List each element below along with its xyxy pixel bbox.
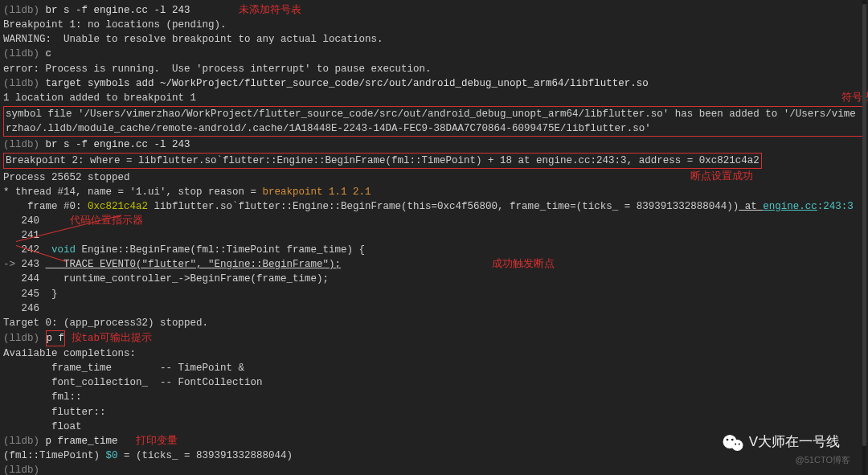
svg-point-1 xyxy=(731,440,743,451)
lldb-prompt: (lldb) xyxy=(3,48,46,59)
svg-point-5 xyxy=(738,443,739,444)
line-error: error: Process is running. Use 'process … xyxy=(3,62,865,76)
lldb-prompt: (lldb) xyxy=(3,139,46,150)
completion-3: fml:: xyxy=(3,390,865,404)
code-line-243: -> 243 TRACE_EVENT0("flutter", "Engine::… xyxy=(3,257,865,272)
box-symbol-file: symbol file '/Users/vimerzhao/WorkProjec… xyxy=(3,106,865,137)
terminal-output[interactable]: (lldb) br s -f engine.cc -l 243 未添加符号表 B… xyxy=(3,3,865,475)
annotation-tab-hint: 按tab可输出提示 xyxy=(72,333,153,344)
code-line-242: 242 void Engine::BeginFrame(fml::TimePoi… xyxy=(3,243,865,257)
lldb-prompt: (lldb) xyxy=(3,5,46,16)
code-line-240: 240 代码位置指示器 xyxy=(3,214,865,228)
line-p-f: (lldb) p f 按tab可输出提示 xyxy=(3,330,865,346)
svg-point-4 xyxy=(735,443,736,444)
at-link: at xyxy=(739,201,763,212)
line-br1: (lldb) br s -f engine.cc -l 243 未添加符号表 xyxy=(3,3,865,18)
code-line-244: 244 runtime_controller_->BeginFrame(fram… xyxy=(3,272,865,286)
result-var: $0 xyxy=(106,450,118,461)
svg-point-3 xyxy=(731,438,733,440)
box-pf-cmd: p f xyxy=(46,330,66,346)
line-warning: WARNING: Unable to resolve breakpoint to… xyxy=(3,32,865,47)
line-location-added: 1 location added to breakpoint 1 符号表添加成功 xyxy=(3,91,865,105)
annotation-print-var: 打印变量 xyxy=(136,436,178,447)
cmd-text: br s -f engine.cc -l 243 xyxy=(46,5,190,16)
line-target-stopped: Target 0: (app_process32) stopped. xyxy=(3,316,865,330)
line-avail: Available completions: xyxy=(3,346,865,361)
line-frame: frame #0: 0xc821c4a2 libflutter.so`flutt… xyxy=(3,199,865,214)
line-symbol-file-b: rzhao/.lldb/module_cache/remote-android/… xyxy=(6,121,862,136)
line-bp2: Breakpoint 2: where = libflutter.so`flut… xyxy=(6,155,760,166)
cmd-text: c xyxy=(46,48,52,59)
cmd-text: target symbols add ~/WorkProject/flutter… xyxy=(46,78,649,89)
scrollbar[interactable] xyxy=(862,0,866,475)
void-keyword: void xyxy=(51,244,76,256)
annotation-hit-bp: 成功触发断点 xyxy=(492,259,555,270)
code-line-245: 245 } xyxy=(3,287,865,301)
completion-4: flutter:: xyxy=(3,405,865,420)
watermark-text: V大师在一号线 xyxy=(749,432,840,452)
file-link: engine.cc xyxy=(763,201,817,212)
code-line-246: 246 xyxy=(3,301,865,316)
completion-2: font_collection_ -- FontCollection xyxy=(3,375,865,390)
lldb-prompt: (lldb) xyxy=(3,78,46,89)
line-process: Process 25652 stopped xyxy=(3,170,865,185)
current-line-marker: -> xyxy=(3,259,22,270)
line-bp1: Breakpoint 1: no locations (pending). xyxy=(3,18,865,32)
box-breakpoint2: Breakpoint 2: where = libflutter.so`flut… xyxy=(3,153,762,169)
line-end-prompt: (lldb) xyxy=(3,463,865,475)
line-thread: * thread #14, name = '1.ui', stop reason… xyxy=(3,185,865,199)
code-line-241: 241 xyxy=(3,228,865,243)
lldb-prompt: (lldb) xyxy=(3,465,46,475)
line-continue: (lldb) c xyxy=(3,47,865,61)
line-symbol-file-a: symbol file '/Users/vimerzhao/WorkProjec… xyxy=(6,107,862,121)
completion-5: float xyxy=(3,420,865,434)
watermark: V大师在一号线 xyxy=(722,432,840,452)
watermark-sub: @51CTO博客 xyxy=(796,454,850,467)
wechat-icon xyxy=(722,433,744,452)
completion-1: frame_time -- TimePoint & xyxy=(3,361,865,375)
scrollbar-thumb[interactable] xyxy=(862,4,866,446)
stop-reason: breakpoint 1.1 2.1 xyxy=(263,186,371,198)
cmd-text: br s -f engine.cc -l 243 xyxy=(46,139,190,150)
line-br2: (lldb) br s -f engine.cc -l 243 xyxy=(3,137,865,152)
lldb-prompt: (lldb) xyxy=(3,436,46,447)
annotation-no-symbols: 未添加符号表 xyxy=(239,5,301,16)
lldb-prompt: (lldb) xyxy=(3,333,46,344)
svg-point-2 xyxy=(726,438,728,440)
line-symbols-add: (lldb) target symbols add ~/WorkProject/… xyxy=(3,76,865,91)
frame-address: 0xc821c4a2 xyxy=(88,201,148,212)
